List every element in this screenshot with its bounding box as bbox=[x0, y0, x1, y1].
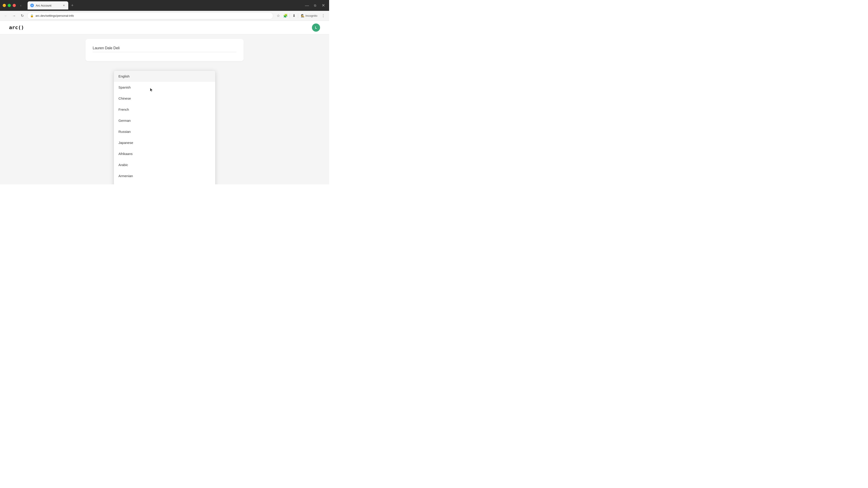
site-logo: arc() bbox=[9, 25, 24, 30]
user-avatar[interactable]: L bbox=[312, 24, 320, 32]
page-content: arc() L Lauren Dale Deli English Spanish… bbox=[0, 21, 329, 184]
toolbar-icons: ☆ 🧩 ⬇ 🕵 Incognito ⋮ bbox=[275, 13, 327, 19]
new-tab-button[interactable]: + bbox=[69, 2, 75, 8]
divider bbox=[289, 13, 290, 18]
dropdown-item-chinese[interactable]: Chinese bbox=[114, 93, 215, 104]
address-bar: ← → ↻ 🔒 arc.dev/settings/personal-info ☆… bbox=[0, 11, 329, 21]
restore-btn-right[interactable]: ⧉ bbox=[312, 2, 318, 8]
name-field-value: Lauren Dale Deli bbox=[93, 44, 237, 52]
minimize-btn-right[interactable]: — bbox=[304, 2, 310, 8]
language-dropdown[interactable]: English Spanish Chinese French German Ru… bbox=[114, 70, 215, 184]
window-controls: — bbox=[3, 4, 16, 7]
incognito-label: Incognito bbox=[305, 14, 317, 18]
extensions-button[interactable]: 🧩 bbox=[282, 13, 289, 19]
name-field-row: Lauren Dale Deli bbox=[93, 44, 237, 52]
dropdown-item-armenian[interactable]: Armenian bbox=[114, 170, 215, 182]
dropdown-item-arabic[interactable]: Arabic bbox=[114, 159, 215, 170]
browser-chrome: — ‹ A Arc Account ✕ + — ⧉ ✕ bbox=[0, 0, 329, 11]
refresh-button[interactable]: ↻ bbox=[19, 13, 25, 19]
incognito-icon: 🕵 bbox=[301, 14, 305, 18]
tab-favicon: A bbox=[30, 4, 34, 7]
tab-bar: A Arc Account ✕ + bbox=[28, 0, 302, 11]
dropdown-item-afrikaans[interactable]: Afrikaans bbox=[114, 148, 215, 159]
tab-title: Arc Account bbox=[36, 4, 60, 7]
forward-button[interactable]: → bbox=[11, 13, 17, 19]
dropdown-item-german[interactable]: German bbox=[114, 115, 215, 126]
dropdown-list[interactable]: English Spanish Chinese French German Ru… bbox=[114, 71, 215, 184]
url-bar[interactable]: 🔒 arc.dev/settings/personal-info bbox=[27, 12, 273, 20]
menu-button[interactable]: ⋮ bbox=[320, 13, 327, 19]
close-button[interactable] bbox=[13, 4, 16, 7]
back-button[interactable]: ← bbox=[3, 13, 9, 19]
close-btn-right[interactable]: ✕ bbox=[320, 2, 327, 8]
download-button[interactable]: ⬇ bbox=[291, 13, 297, 19]
active-tab[interactable]: A Arc Account ✕ bbox=[28, 1, 68, 9]
url-text: arc.dev/settings/personal-info bbox=[35, 14, 74, 18]
dropdown-item-azerbaijani[interactable]: Azerbaijani bbox=[114, 182, 215, 184]
tab-close-button[interactable]: ✕ bbox=[62, 4, 66, 7]
tab-left-arrow[interactable]: ‹ bbox=[18, 2, 24, 8]
dropdown-item-russian[interactable]: Russian bbox=[114, 126, 215, 137]
site-header: arc() L bbox=[0, 21, 329, 34]
main-area: Lauren Dale Deli English Spanish Chinese… bbox=[0, 34, 329, 184]
dropdown-item-japanese[interactable]: Japanese bbox=[114, 137, 215, 148]
maximize-button[interactable] bbox=[8, 4, 11, 7]
form-card-top: Lauren Dale Deli bbox=[86, 39, 244, 61]
dropdown-item-english[interactable]: English bbox=[114, 71, 215, 82]
bookmark-button[interactable]: ☆ bbox=[275, 13, 281, 19]
minimize-button[interactable]: — bbox=[3, 4, 6, 7]
dropdown-item-spanish[interactable]: Spanish bbox=[114, 82, 215, 93]
dropdown-item-french[interactable]: French bbox=[114, 104, 215, 115]
divider2 bbox=[298, 13, 298, 18]
incognito-badge[interactable]: 🕵 Incognito bbox=[299, 13, 319, 18]
